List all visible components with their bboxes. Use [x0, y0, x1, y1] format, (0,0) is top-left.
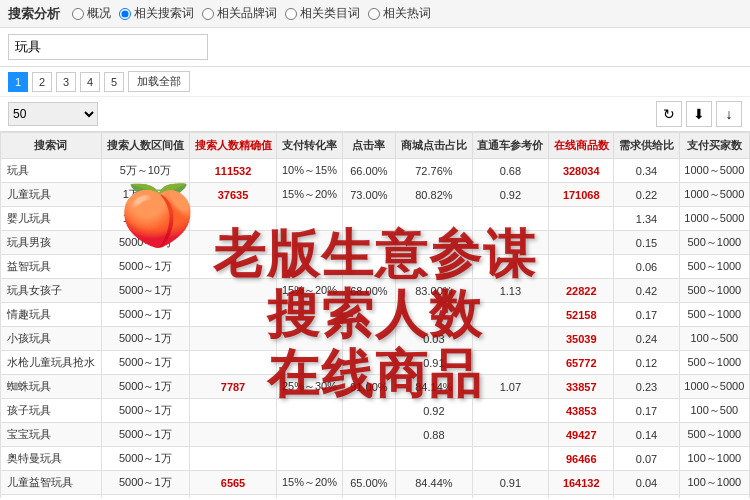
th-buyers: 支付买家数 — [679, 133, 749, 159]
table-cell: 100～1000 — [679, 495, 749, 499]
radio-related-category-label: 相关类目词 — [300, 5, 360, 22]
th-range: 搜索人数区间值 — [101, 133, 189, 159]
search-input[interactable] — [8, 34, 208, 60]
table-cell: 91.00% — [342, 375, 395, 399]
table-cell — [189, 207, 277, 231]
th-exact: 搜索人数精确值 — [189, 133, 277, 159]
table-cell — [472, 255, 548, 279]
table-cell — [189, 327, 277, 351]
table-row: 婴儿玩具1万～5万1.341000～5000 — [1, 207, 750, 231]
table-cell: 84.44% — [396, 471, 472, 495]
table-cell — [396, 303, 472, 327]
table-cell — [277, 423, 342, 447]
table-cell: 1000～5000 — [679, 183, 749, 207]
radio-related-brand-input[interactable] — [202, 8, 214, 20]
table-cell — [472, 447, 548, 471]
table-row: 情趣玩具5000～1万521580.17500～1000 — [1, 303, 750, 327]
refresh-button[interactable]: ↻ — [656, 101, 682, 127]
table-cell — [189, 279, 277, 303]
table-cell: 6565 — [189, 471, 277, 495]
table-cell: 100～500 — [679, 399, 749, 423]
table-cell: 33857 — [549, 375, 614, 399]
table-cell — [189, 231, 277, 255]
table-cell — [396, 447, 472, 471]
table-cell: 儿童玩具 — [1, 183, 102, 207]
page-btn-1[interactable]: 1 — [8, 72, 28, 92]
table-cell: 5万～10万 — [101, 159, 189, 183]
table-cell: 0.88 — [396, 423, 472, 447]
table-cell — [472, 327, 548, 351]
export-button[interactable]: ↓ — [716, 101, 742, 127]
table-cell — [549, 255, 614, 279]
table-cell: 0.22 — [614, 183, 679, 207]
table-cell — [189, 303, 277, 327]
radio-related-brand[interactable]: 相关品牌词 — [202, 5, 277, 22]
table-cell — [472, 303, 548, 327]
table-cell — [277, 447, 342, 471]
data-table: 搜索词 搜索人数区间值 搜索人数精确值 支付转化率 点击率 商城点击占比 直通车… — [0, 132, 750, 498]
page-btn-4[interactable]: 4 — [80, 72, 100, 92]
table-cell: 500～1000 — [679, 423, 749, 447]
table-cell: 1万～5万 — [101, 207, 189, 231]
table-cell — [277, 327, 342, 351]
load-all-button[interactable]: 加载全部 — [128, 71, 190, 92]
table-cell: 0.34 — [614, 159, 679, 183]
table-cell — [342, 351, 395, 375]
radio-related-hot[interactable]: 相关热词 — [368, 5, 431, 22]
table-cell: 328034 — [549, 159, 614, 183]
table-cell — [342, 303, 395, 327]
th-supply-demand: 需求供给比 — [614, 133, 679, 159]
th-online: 在线商品数 — [549, 133, 614, 159]
table-cell: 35039 — [549, 327, 614, 351]
radio-group: 概况 相关搜索词 相关品牌词 相关类目词 相关热词 — [72, 5, 431, 22]
toolbar: 50 100 200 ↻ ⬇ ↓ — [0, 97, 750, 132]
table-cell: 0.88 — [472, 495, 548, 499]
table-cell — [277, 399, 342, 423]
table-cell — [189, 423, 277, 447]
table-row: 玩具男孩5000～1万0.15500～1000 — [1, 231, 750, 255]
table-cell: 0.06 — [614, 495, 679, 499]
th-clickrate: 点击率 — [342, 133, 395, 159]
table-cell — [549, 231, 614, 255]
table-cell — [189, 447, 277, 471]
page-size-select[interactable]: 50 100 200 — [8, 102, 98, 126]
radio-related-search[interactable]: 相关搜索词 — [119, 5, 194, 22]
table-cell: 1万～5万 — [101, 183, 189, 207]
table-row: 玩具女孩子5000～1万15%～20%68.00%83.00%1.1322822… — [1, 279, 750, 303]
download-button[interactable]: ⬇ — [686, 101, 712, 127]
radio-related-hot-input[interactable] — [368, 8, 380, 20]
table-cell: 500～1000 — [679, 351, 749, 375]
table-cell: 80.26% — [396, 495, 472, 499]
table-cell: 15%～20% — [277, 471, 342, 495]
table-cell: 49427 — [549, 423, 614, 447]
table-container: 搜索词 搜索人数区间值 搜索人数精确值 支付转化率 点击率 商城点击占比 直通车… — [0, 132, 750, 498]
table-cell — [342, 327, 395, 351]
table-cell — [277, 255, 342, 279]
table-cell: 10%～15% — [277, 159, 342, 183]
table-cell: 52158 — [549, 303, 614, 327]
table-row: 儿童益智玩具5000～1万656515%～20%65.00%84.44%0.91… — [1, 471, 750, 495]
table-cell: 0.12 — [614, 351, 679, 375]
table-cell: 84.14% — [396, 375, 472, 399]
table-cell: 蜘蛛玩具 — [1, 375, 102, 399]
table-cell — [189, 255, 277, 279]
page-btn-3[interactable]: 3 — [56, 72, 76, 92]
radio-overview[interactable]: 概况 — [72, 5, 111, 22]
table-cell: 6291 — [189, 495, 277, 499]
page-btn-5[interactable]: 5 — [104, 72, 124, 92]
radio-related-search-input[interactable] — [119, 8, 131, 20]
radio-overview-label: 概况 — [87, 5, 111, 22]
table-cell — [472, 423, 548, 447]
table-cell: 0.91 — [472, 471, 548, 495]
page-btn-2[interactable]: 2 — [32, 72, 52, 92]
table-cell: 73.00% — [342, 183, 395, 207]
table-cell — [342, 399, 395, 423]
radio-related-category-input[interactable] — [285, 8, 297, 20]
table-cell: 104853 — [549, 495, 614, 499]
table-cell — [277, 207, 342, 231]
table-cell: 儿童益智玩具 — [1, 471, 102, 495]
radio-overview-input[interactable] — [72, 8, 84, 20]
radio-related-category[interactable]: 相关类目词 — [285, 5, 360, 22]
table-row: 益智玩具5000～1万0.06500～1000 — [1, 255, 750, 279]
table-cell: 83.00% — [396, 279, 472, 303]
